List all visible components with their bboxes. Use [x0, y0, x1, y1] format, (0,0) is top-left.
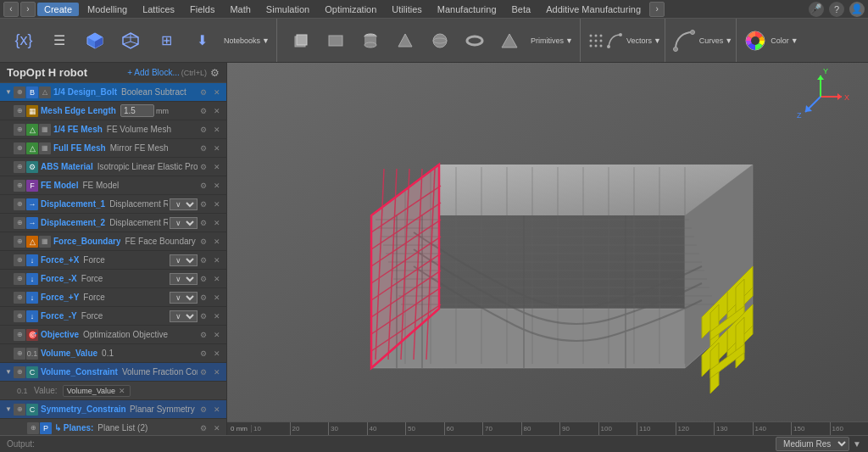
triangle-button[interactable] — [492, 26, 526, 55]
item-settings-12[interactable]: ⚙ — [198, 310, 209, 322]
item-close-7[interactable]: ✕ — [211, 217, 223, 229]
solid-cube-button[interactable] — [78, 26, 112, 55]
tree-item-displacement-2[interactable]: ⊕ → Displacement_2 Displacement Restrain… — [0, 214, 226, 232]
rect-shape-button[interactable] — [319, 26, 353, 55]
force-py-select[interactable]: ∨ — [170, 292, 198, 304]
menu-item-create[interactable]: Create — [37, 3, 79, 16]
vectors-dropdown[interactable]: Vectors ▼ — [626, 36, 661, 45]
tree-item-fe-mesh[interactable]: ⊕ △ ▦ 1/4 FE Mesh FE Volume Mesh ⚙ ✕ — [0, 120, 226, 139]
menu-item-modelling[interactable]: Modelling — [81, 3, 134, 16]
item-settings-4[interactable]: ⚙ — [198, 161, 209, 173]
res-dropdown-arrow[interactable]: ▼ — [853, 439, 861, 449]
expand-icon-16[interactable]: ▼ — [3, 405, 14, 415]
item-settings-9[interactable]: ⚙ — [198, 254, 209, 266]
item-close-16[interactable]: ✕ — [211, 404, 223, 416]
tree-item-force-nx[interactable]: ⊕ ↓ Force_-X Force ∨ ⚙ ✕ — [0, 270, 226, 288]
nav-back-button[interactable]: ‹ — [3, 2, 19, 17]
tree-item-fe-model[interactable]: ⊕ F FE Model FE Model ⚙ ✕ — [0, 176, 226, 195]
item-close-12[interactable]: ✕ — [211, 310, 223, 322]
primitives-dropdown[interactable]: Primitives ▼ — [527, 36, 576, 45]
mesh-edge-length-input[interactable] — [120, 104, 154, 117]
tree-item-force-ny[interactable]: ⊕ ↓ Force_-Y Force ∨ ⚙ ✕ — [0, 307, 226, 326]
item-close-2[interactable]: ✕ — [211, 124, 223, 136]
force-ny-select[interactable]: ∨ — [170, 310, 198, 322]
force-px-select[interactable]: ∨ — [170, 254, 198, 266]
viewport[interactable]: X Y Z 0 mm 10 20 30 40 50 60 70 80 90 — [227, 63, 868, 435]
cone-button[interactable] — [388, 26, 422, 55]
download-button[interactable]: ⬇ — [185, 26, 219, 55]
menu-item-optimization[interactable]: Optimization — [318, 3, 383, 16]
help-icon[interactable]: ? — [829, 2, 844, 17]
item-settings-17[interactable]: ⚙ — [198, 422, 209, 434]
item-close-8[interactable]: ✕ — [211, 236, 223, 248]
menu-item-manufacturing[interactable]: Manufacturing — [431, 3, 504, 16]
sphere-button[interactable] — [423, 26, 457, 55]
tree-item-objective[interactable]: ⊕ 🎯 Objective Optimization Objective ⚙ ✕ — [0, 326, 226, 344]
menu-item-additive[interactable]: Additive Manufacturing — [539, 3, 648, 16]
item-settings-16[interactable]: ⚙ — [198, 404, 209, 416]
tag-remove-icon[interactable]: ✕ — [119, 387, 125, 395]
settings-icon[interactable]: ⚙ — [210, 67, 220, 79]
item-settings-15[interactable]: ⚙ — [198, 366, 209, 378]
volume-value-tag[interactable]: Volume_Value ✕ — [63, 385, 131, 397]
item-settings-3[interactable]: ⚙ — [198, 142, 209, 154]
item-settings-10[interactable]: ⚙ — [198, 273, 209, 285]
mic-icon[interactable]: 🎤 — [809, 2, 824, 17]
cube-shape-button[interactable] — [284, 26, 318, 55]
color-dropdown[interactable]: Color ▼ — [771, 36, 798, 45]
item-close-3[interactable]: ✕ — [211, 142, 223, 154]
wireframe-button[interactable] — [114, 26, 147, 55]
nav-forward-button[interactable]: › — [20, 2, 36, 17]
item-close-11[interactable]: ✕ — [211, 292, 223, 304]
item-close-5[interactable]: ✕ — [211, 180, 223, 192]
tree-item-volume-constraint[interactable]: ▼ ⊕ C Volume_Constraint Volume Fraction … — [0, 363, 226, 382]
tree-item-full-fe-mesh[interactable]: ⊕ △ ▦ Full FE Mesh Mirror FE Mesh ⚙ ✕ — [0, 139, 226, 158]
item-settings-11[interactable]: ⚙ — [198, 292, 209, 304]
tree-item-abs-material[interactable]: ⊕ ⚙ ABS Material Isotropic Linear Elasti… — [0, 158, 226, 176]
item-close-6[interactable]: ✕ — [211, 198, 223, 210]
menu-item-fields[interactable]: Fields — [183, 3, 221, 16]
tree-item-force-py[interactable]: ⊕ ↓ Force_+Y Force ∨ ⚙ ✕ — [0, 288, 226, 307]
menu-more-button[interactable]: › — [649, 2, 665, 17]
item-close-9[interactable]: ✕ — [211, 254, 223, 266]
menu-item-utilities[interactable]: Utilities — [385, 3, 428, 16]
displacement-2-select[interactable]: ∨ — [170, 217, 198, 229]
item-settings-6[interactable]: ⚙ — [198, 198, 209, 210]
item-close-4[interactable]: ✕ — [211, 161, 223, 173]
displacement-1-select[interactable]: ∨ — [170, 198, 198, 210]
expand-icon-0[interactable]: ▼ — [3, 87, 14, 98]
item-close-14[interactable]: ✕ — [211, 348, 223, 360]
torus-button[interactable] — [458, 26, 492, 55]
list-view-button[interactable]: ☰ — [42, 26, 76, 55]
notebooks-dropdown[interactable]: Notebooks ▼ — [220, 36, 273, 45]
item-settings-0[interactable]: ⚙ — [198, 86, 209, 98]
item-close-10[interactable]: ✕ — [211, 273, 223, 285]
item-close-13[interactable]: ✕ — [211, 329, 223, 341]
tree-item-design-bolt[interactable]: ▼ ⊕ B △ 1/4 Design_Bolt Boolean Subtract… — [0, 83, 226, 102]
force-nx-select[interactable]: ∨ — [170, 273, 198, 285]
cylinder-button[interactable] — [353, 26, 387, 55]
item-settings-2[interactable]: ⚙ — [198, 124, 209, 136]
tree-item-volume-value[interactable]: ⊕ 0.1 Volume_Value 0.1 ⚙ ✕ — [0, 344, 226, 363]
function-icon-button[interactable]: {x} — [7, 26, 41, 55]
add-block-button[interactable]: + Add Block... (Ctrl+L) — [127, 68, 207, 77]
expand-icon-15[interactable]: ▼ — [3, 367, 14, 377]
tree-sub-planes[interactable]: ⊕ P ↳ Planes: Plane List (2) ⚙ ✕ — [0, 419, 226, 435]
resolution-select[interactable]: Low Res Medium Res High Res — [776, 437, 849, 451]
menu-item-simulation[interactable]: Simulation — [259, 3, 316, 16]
tree-item-displacement-1[interactable]: ⊕ → Displacement_1 Displacement Restrain… — [0, 195, 226, 214]
item-settings-8[interactable]: ⚙ — [198, 236, 209, 248]
tree-item-force-boundary[interactable]: ⊕ △ ▦ Force_Boundary FE Face Boundary ⚙ … — [0, 232, 226, 251]
tree-item-force-px[interactable]: ⊕ ↓ Force_+X Force ∨ ⚙ ✕ — [0, 251, 226, 270]
item-settings-14[interactable]: ⚙ — [198, 348, 209, 360]
menu-item-lattices[interactable]: Lattices — [136, 3, 181, 16]
item-settings-7[interactable]: ⚙ — [198, 217, 209, 229]
item-close-0[interactable]: ✕ — [211, 86, 223, 98]
menu-item-beta[interactable]: Beta — [505, 3, 538, 16]
list-blocks-button[interactable]: ⊞ — [149, 26, 183, 55]
item-close-15[interactable]: ✕ — [211, 366, 223, 378]
item-settings-13[interactable]: ⚙ — [198, 329, 209, 341]
menu-item-math[interactable]: Math — [223, 3, 257, 16]
user-icon[interactable]: 👤 — [849, 2, 865, 17]
item-close-17[interactable]: ✕ — [211, 422, 223, 434]
